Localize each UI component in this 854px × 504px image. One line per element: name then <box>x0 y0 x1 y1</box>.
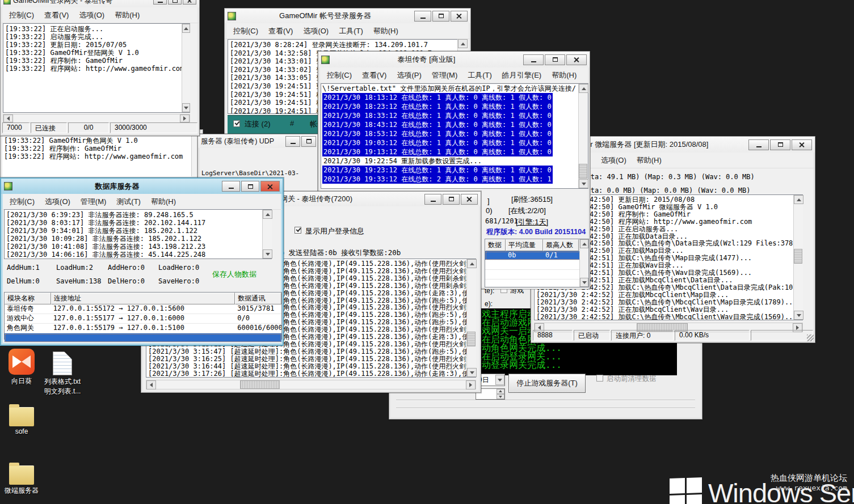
close-button[interactable] <box>183 0 196 5</box>
login-gate-titlebar[interactable]: GameOfMir登录网关 - 泰坦传奇 <box>1 0 199 7</box>
grid-header[interactable]: 数据 <box>485 239 506 251</box>
connect-checkbox[interactable] <box>233 120 240 127</box>
scrollbar-thumb[interactable] <box>240 380 280 389</box>
scroll-up-icon[interactable] <box>794 195 803 204</box>
maximize-button[interactable] <box>432 11 449 22</box>
desktop-icon-textfile[interactable]: 列表格式.txt 明文列表.t... <box>41 351 84 396</box>
minimize-button[interactable] <box>153 0 167 5</box>
stop-game-server-button[interactable]: 停止游戏服务器(T) <box>508 374 586 393</box>
weiduan-vscrollbar[interactable] <box>793 195 803 320</box>
table-header-module[interactable]: 模块名称 <box>5 293 51 304</box>
scrollbar-thumb[interactable] <box>579 164 587 179</box>
close-button[interactable] <box>792 139 812 150</box>
desktop-icon-weiduan-folder[interactable]: 微端服务器 <box>0 462 43 495</box>
menu-item[interactable]: 工具(T) <box>462 69 497 82</box>
scroll-left-icon[interactable] <box>146 380 156 389</box>
desktop-icon-sofe[interactable]: sofe <box>0 404 43 435</box>
spinner-up-icon[interactable] <box>497 389 504 394</box>
menu-item[interactable]: 选项(O) <box>596 154 632 167</box>
db-titlebar[interactable]: 数据库服务器 <box>1 179 283 194</box>
grid-row[interactable] <box>485 260 588 270</box>
menu-item[interactable]: 查看(V) <box>39 9 74 22</box>
grid-row[interactable] <box>485 270 588 279</box>
menu-item[interactable]: 选项(O) <box>40 196 75 208</box>
table-row[interactable]: 泰坦传奇 127.0.0.1:55172 → 127.0.0.1:5600 30… <box>5 304 281 314</box>
menu-item[interactable]: 帮助(H) <box>110 9 145 22</box>
close-button[interactable] <box>451 11 468 22</box>
menu-item[interactable]: 选项(P) <box>392 69 426 82</box>
scrollbar-thumb[interactable] <box>794 249 802 264</box>
resize-grip[interactable] <box>807 334 814 341</box>
table-header-traffic[interactable]: 数据通讯 <box>235 293 281 304</box>
grid-row-selected[interactable]: 0b 0/1 <box>485 251 588 260</box>
maximize-button[interactable] <box>770 139 790 150</box>
menu-item[interactable]: 测试(T) <box>111 196 146 208</box>
grid-row[interactable] <box>485 279 588 289</box>
scroll-down-icon[interactable] <box>182 103 190 112</box>
menu-item[interactable]: 控制(C) <box>322 69 357 82</box>
account-server-titlebar[interactable]: GameOfMir 帐号登录服务器 <box>225 9 470 23</box>
menu-item[interactable]: 帮助(H) <box>146 196 181 208</box>
menu-item[interactable]: 帮助(H) <box>368 25 403 37</box>
menu-item[interactable]: 工具(T) <box>334 25 368 37</box>
scroll-up-icon[interactable] <box>182 24 190 33</box>
scroll-left-icon[interactable] <box>3 115 13 122</box>
minimize-button[interactable] <box>414 11 431 22</box>
scroll-up-icon[interactable] <box>458 39 468 48</box>
menu-item[interactable]: 选项(O) <box>74 9 110 22</box>
scroll-down-icon[interactable] <box>580 278 588 287</box>
maximize-button[interactable] <box>545 54 565 65</box>
scroll-down-icon[interactable] <box>263 249 272 259</box>
menu-item[interactable]: 帮助(H) <box>546 69 582 82</box>
scroll-down-icon[interactable] <box>794 311 803 320</box>
menu-item[interactable]: 选项(O) <box>298 25 334 37</box>
scroll-up-icon[interactable] <box>579 84 588 93</box>
menu-item[interactable]: 皓月引擎(E) <box>497 69 546 82</box>
save-character-data-link[interactable]: 保存人物数据 <box>212 269 256 279</box>
show-login-info-checkbox[interactable] <box>295 227 301 234</box>
maximize-button[interactable] <box>168 0 182 5</box>
spinner-down-icon[interactable] <box>497 394 504 399</box>
grid-header[interactable]: 平均流量 <box>506 239 543 251</box>
scroll-up-icon[interactable] <box>263 210 272 219</box>
scrollbar-thumb[interactable] <box>467 332 476 346</box>
scroll-right-icon[interactable] <box>180 115 190 122</box>
menu-item[interactable]: 查看(V) <box>263 25 298 37</box>
menu-item[interactable]: 管理(M) <box>427 69 463 82</box>
scroll-up-icon[interactable] <box>580 239 588 248</box>
m2-titlebar[interactable]: 泰坦传奇 [商业版] <box>318 52 590 67</box>
login-gate-vscrollbar[interactable] <box>182 24 190 112</box>
minimize-button[interactable] <box>523 54 544 65</box>
maximize-button[interactable] <box>443 194 460 205</box>
run-gate-hscrollbar[interactable] <box>146 380 476 389</box>
table-row-selected[interactable] <box>5 333 281 342</box>
scroll-up-icon[interactable] <box>467 259 477 268</box>
minimize-button[interactable] <box>222 181 240 192</box>
scroll-down-icon[interactable] <box>579 179 588 188</box>
menu-item[interactable]: 控制(C) <box>5 196 40 208</box>
table-row[interactable]: 角色网关 127.0.0.1:55179 → 127.0.0.1:5100 60… <box>5 324 281 333</box>
login-gate-hscrollbar[interactable] <box>3 114 190 123</box>
menu-item[interactable]: 控制(C) <box>228 25 263 37</box>
grid-vscrollbar[interactable] <box>579 239 588 287</box>
desktop-icon-sunflower[interactable]: 向日葵 <box>0 349 43 386</box>
maximize-button[interactable] <box>241 181 259 192</box>
menu-item[interactable]: 管理(M) <box>75 196 112 208</box>
menu-item[interactable]: 控制(C) <box>4 9 39 22</box>
chevron-down-icon[interactable] <box>495 375 504 385</box>
table-row[interactable]: 游戏中心 127.0.0.1:55177 → 127.0.0.1:6000 0/… <box>5 314 281 324</box>
minimize-button[interactable] <box>285 136 300 147</box>
udp-titlebar[interactable]: 服务器 (泰坦传奇) UDP <box>198 134 319 148</box>
table-header-address[interactable]: 连接地址 <box>51 293 235 304</box>
grid-header[interactable]: 最高人数 <box>543 239 579 251</box>
menu-item[interactable]: 帮助(H) <box>632 154 667 167</box>
menu-item[interactable]: 查看(V) <box>357 69 392 82</box>
db-vscrollbar[interactable] <box>262 210 272 259</box>
maximize-button[interactable] <box>301 136 316 147</box>
close-button[interactable] <box>260 181 280 192</box>
minimize-button[interactable] <box>748 139 769 150</box>
minimize-button[interactable] <box>424 194 441 205</box>
close-button[interactable] <box>566 54 587 65</box>
clean-before-start-checkbox[interactable] <box>596 375 603 382</box>
m2-vscrollbar[interactable] <box>578 84 588 188</box>
